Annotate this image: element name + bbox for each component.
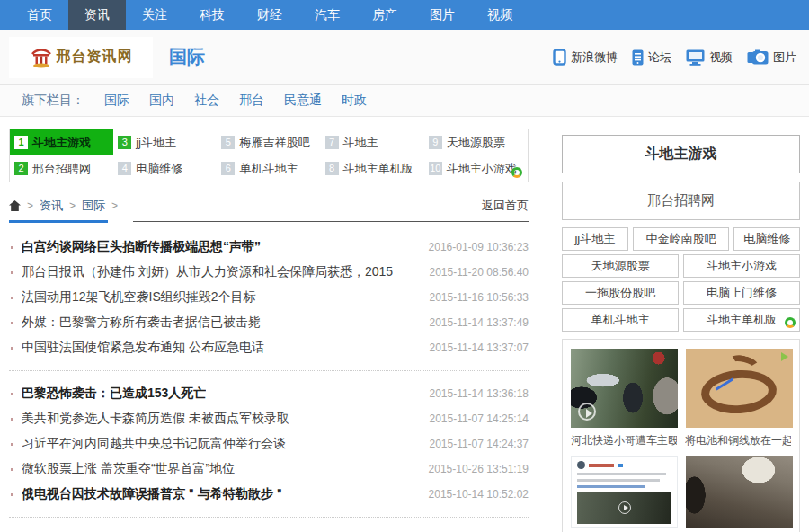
news-date: 2015-10-26 13:51:19 xyxy=(420,463,529,475)
forum-link[interactable]: 论坛 xyxy=(632,49,671,66)
pictures-link[interactable]: 图片 xyxy=(747,49,796,66)
breadcrumb-separator: > xyxy=(111,200,118,212)
rank-badge: 7 xyxy=(325,136,339,149)
bullet-icon xyxy=(11,393,13,395)
sidebar-grid-link[interactable]: 斗地主小游戏 xyxy=(683,254,800,278)
back-to-home-link[interactable]: 返回首页 xyxy=(482,198,529,214)
video-link[interactable]: 视频 xyxy=(686,49,733,66)
ranking-label: 斗地主单机版 xyxy=(343,161,413,177)
nav-item-finance[interactable]: 财经 xyxy=(241,0,298,30)
news-title-link[interactable]: 巴黎恐怖袭击：已造成153人死亡 xyxy=(22,386,206,402)
monitor-icon xyxy=(686,49,705,66)
ranking-item-7[interactable]: 7 斗地主 xyxy=(321,129,424,155)
sidebar-grid-link[interactable]: 电脑维修 xyxy=(733,227,800,251)
news-title-link[interactable]: 中国驻法国使馆紧急发布通知 公布应急电话 xyxy=(22,340,264,356)
news-item: 邢台日报讯（孙建伟 刘妍）从市人力资源和社会保障局获悉，2015 2015-11… xyxy=(9,260,529,285)
loading-spinner-icon xyxy=(511,167,522,178)
home-icon[interactable] xyxy=(9,200,21,211)
video-thumbnail-street[interactable] xyxy=(571,349,678,428)
sidebar-grid-link[interactable]: 单机斗地主 xyxy=(562,308,679,332)
bullet-icon xyxy=(11,347,13,350)
verified-badge-icon xyxy=(618,464,623,467)
news-title-link[interactable]: 法国动用12架飞机空袭IS组织摧毁2个目标 xyxy=(22,289,256,306)
nav-item-realestate[interactable]: 房产 xyxy=(356,0,413,30)
dotted-divider xyxy=(9,517,529,518)
news-title-link[interactable]: 邢台日报讯（孙建伟 刘妍）从市人力资源和社会保障局获悉，2015 xyxy=(22,264,393,280)
ranking-item-3[interactable]: 3 jj斗地主 xyxy=(113,129,217,155)
sidebar-big-link-jobs[interactable]: 邢台招聘网 xyxy=(562,182,800,220)
nav-item-news[interactable]: 资讯 xyxy=(68,0,126,30)
news-date: 2015-11-14 13:37:07 xyxy=(420,341,529,354)
ranking-label: 单机斗地主 xyxy=(239,161,298,177)
sidebar-grid-link[interactable]: jj斗地主 xyxy=(562,227,628,251)
sidebar-media-panel: 河北快递小哥遭车主殴打 将电池和铜线放在一起， xyxy=(562,339,800,532)
nav-item-pictures[interactable]: 图片 xyxy=(413,0,471,30)
ranking-item-5[interactable]: 5 梅雁吉祥股吧 xyxy=(217,129,320,155)
nav-item-tech[interactable]: 科技 xyxy=(183,0,241,30)
sidebar-grid-link[interactable]: 斗地主单机版 xyxy=(683,308,800,332)
subnav-label: 旗下栏目： xyxy=(22,93,84,109)
news-item: 俄电视台因技术故障误播普京＂与希特勒散步＂ 2015-10-14 10:52:0… xyxy=(9,482,529,507)
ranking-label: 天地源股票 xyxy=(447,135,505,151)
video-thumbnail-copper-wire[interactable] xyxy=(686,349,793,428)
sidebar-grid-link[interactable]: 电脑上门维修 xyxy=(683,281,800,305)
media-caption-link[interactable]: 将电池和铜线放在一起， xyxy=(685,433,791,448)
nav-item-follow[interactable]: 关注 xyxy=(126,0,183,30)
news-title-link[interactable]: 美共和党参选人卡森简历造假 未被西点军校录取 xyxy=(22,411,289,427)
news-date: 2015-11-07 14:25:14 xyxy=(420,412,529,425)
subnav-link-domestic[interactable]: 国内 xyxy=(149,93,174,109)
subnav-link-xingtai[interactable]: 邢台 xyxy=(239,93,264,109)
nav-item-auto[interactable]: 汽车 xyxy=(298,0,356,30)
ranking-item-2[interactable]: 2 邢台招聘网 xyxy=(10,155,113,182)
top-nav: 首页 资讯 关注 科技 财经 汽车 房产 图片 视频 xyxy=(0,0,809,30)
sidebar-grid-link[interactable]: 中金岭南股吧 xyxy=(633,227,730,251)
subnav-link-international[interactable]: 国际 xyxy=(104,93,129,109)
ranking-column: 5 梅雁吉祥股吧 6 单机斗地主 xyxy=(217,129,320,182)
ranking-label: 电脑维修 xyxy=(136,161,182,177)
media-row xyxy=(571,456,791,528)
embedded-video xyxy=(577,492,671,524)
nav-item-home[interactable]: 首页 xyxy=(11,0,68,30)
nav-item-video[interactable]: 视频 xyxy=(471,0,529,30)
subnav-link-society[interactable]: 社会 xyxy=(194,93,219,109)
video-thumbnail-room[interactable] xyxy=(686,456,793,528)
text-line xyxy=(577,479,660,482)
news-title-link[interactable]: 外媒：巴黎警方称所有袭击者据信已被击毙 xyxy=(22,315,261,331)
bullet-icon xyxy=(11,271,13,274)
news-title-link[interactable]: 微软股票上涨 盖茨重夺“世界首富”地位 xyxy=(22,461,235,477)
bullet-icon xyxy=(11,246,13,249)
ranking-item-1[interactable]: 1 斗地主游戏 xyxy=(10,129,113,155)
ranking-label: 梅雁吉祥股吧 xyxy=(239,135,309,151)
news-date: 2015-11-14 13:37:49 xyxy=(420,316,529,329)
main-column: 1 斗地主游戏 2 邢台招聘网 3 jj斗地主 4 电脑维修 xyxy=(9,129,529,528)
sidebar-grid-link[interactable]: 天地源股票 xyxy=(562,254,679,278)
media-caption-link[interactable]: 河北快递小哥遭车主殴打 xyxy=(571,433,677,448)
news-title-link[interactable]: 白宫约谈网络巨头掐断传播极端思想“声带” xyxy=(22,239,261,255)
loading-spinner-icon xyxy=(785,317,796,328)
ranking-item-4[interactable]: 4 电脑维修 xyxy=(113,155,217,182)
weibo-link[interactable]: 新浪微博 xyxy=(553,49,618,66)
breadcrumb-separator: > xyxy=(69,200,76,212)
video-thumbnail-weibo-post[interactable] xyxy=(571,456,678,528)
pictures-label: 图片 xyxy=(773,49,796,66)
site-logo[interactable]: 邢台资讯网 xyxy=(9,37,153,78)
rank-badge: 9 xyxy=(429,136,442,149)
news-title-link[interactable]: 习近平在河内同越共中央总书记阮富仲举行会谈 xyxy=(22,436,286,452)
subnav-link-politics[interactable]: 时政 xyxy=(342,93,367,109)
news-title-link[interactable]: 俄电视台因技术故障误播普京＂与希特勒散步＂ xyxy=(22,486,286,502)
ranking-column: 3 jj斗地主 4 电脑维修 xyxy=(113,129,217,182)
subnav-link-minyitong[interactable]: 民意通 xyxy=(284,93,322,109)
text-line xyxy=(577,473,666,475)
ranking-item-9[interactable]: 9 天地源股票 xyxy=(424,129,528,155)
ranking-item-6[interactable]: 6 单机斗地主 xyxy=(217,155,320,182)
sidebar-big-link-doudizhu[interactable]: 斗地主游戏 xyxy=(562,135,800,173)
news-date: 2015-11-16 10:56:33 xyxy=(420,291,529,304)
sidebar-grid-link[interactable]: 一拖股份股吧 xyxy=(562,281,679,305)
ranking-item-8[interactable]: 8 斗地主单机版 xyxy=(321,155,424,182)
video-label: 视频 xyxy=(709,49,733,66)
breadcrumb-international[interactable]: 国际 xyxy=(82,198,105,214)
grid-row: 天地源股票 斗地主小游戏 xyxy=(562,254,800,278)
bullet-icon xyxy=(11,297,13,299)
breadcrumb-news[interactable]: 资讯 xyxy=(40,198,63,214)
rank-badge: 2 xyxy=(14,162,28,175)
